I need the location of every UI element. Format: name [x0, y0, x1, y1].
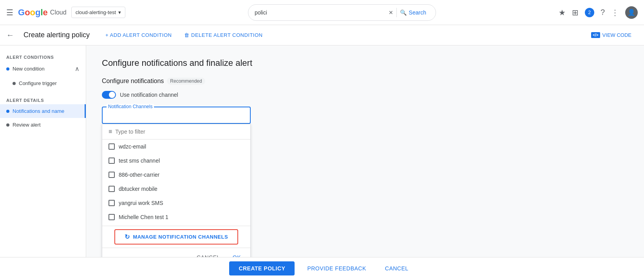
- checkbox-yangrui[interactable]: [109, 200, 115, 206]
- filter-row: ≡: [102, 124, 250, 140]
- toggle-row: Use notification channel: [102, 91, 628, 99]
- channel-item-yangrui[interactable]: yangrui work SMS: [102, 196, 250, 210]
- filter-input[interactable]: [115, 129, 244, 135]
- channel-item-test-sms[interactable]: test sms channel: [102, 154, 250, 168]
- search-bar: ✕ 🔍 Search: [248, 4, 436, 21]
- channel-item-michelle[interactable]: Michelle Chen test 1: [102, 210, 250, 224]
- toggle-label: Use notification channel: [120, 92, 178, 98]
- view-code-button[interactable]: </> VIEW CODE: [585, 29, 638, 41]
- chevron-down-icon: ▾: [118, 9, 121, 15]
- cancel-main-button[interactable]: CANCEL: [379, 261, 415, 275]
- hamburger-icon[interactable]: ☰: [6, 8, 13, 17]
- sub-header: ← Create alerting policy + ADD ALERT CON…: [0, 25, 644, 45]
- checkbox-test-sms[interactable]: [109, 158, 115, 164]
- section-title: Configure notifications and finalize ale…: [102, 58, 628, 68]
- star-icon[interactable]: ★: [559, 8, 566, 17]
- content-area: Configure notifications and finalize ale…: [86, 45, 644, 257]
- manage-btn-row: ↻ MANAGE NOTIFICATION CHANNELS: [102, 226, 250, 248]
- recommended-badge: Recommended: [167, 78, 205, 85]
- checkbox-michelle[interactable]: [109, 214, 115, 220]
- filter-icon: ≡: [109, 128, 112, 135]
- checkbox-wdzc-email[interactable]: [109, 143, 115, 150]
- sub-actions: + ADD ALERT CONDITION 🗑 DELETE ALERT CON…: [99, 29, 269, 41]
- channel-item-886[interactable]: 886-other-carrier: [102, 168, 250, 182]
- search-icon: 🔍: [400, 9, 407, 16]
- help-icon[interactable]: ?: [601, 8, 605, 17]
- create-policy-button[interactable]: CREATE POLICY: [229, 261, 295, 275]
- active-dot-icon: [6, 110, 9, 113]
- sidebar-item-new-condition[interactable]: New condition ∧: [0, 61, 86, 76]
- topbar-left: ☰ Google Cloud cloud-alerting-test ▾: [6, 7, 125, 18]
- page-title: Create alerting policy: [24, 31, 90, 39]
- sidebar-item-notifications[interactable]: Notifications and name: [0, 104, 86, 118]
- notification-channels-input[interactable]: Notification Channels: [102, 107, 251, 124]
- search-input[interactable]: [255, 9, 385, 16]
- channel-item-dbtucker[interactable]: dbtucker mobile: [102, 182, 250, 196]
- sidebar-item-configure-trigger[interactable]: Configure trigger: [0, 76, 86, 90]
- dropdown-ok-button[interactable]: OK: [230, 252, 244, 257]
- use-notification-channel-toggle[interactable]: [102, 91, 116, 99]
- project-selector[interactable]: cloud-alerting-test ▾: [71, 7, 125, 18]
- chevron-up-icon: ∧: [75, 65, 80, 72]
- view-code-icon: </>: [591, 32, 600, 38]
- review-dot-icon: [6, 123, 9, 127]
- topbar-right: ★ ⊞ 2 ? ⋮ 👤: [559, 6, 638, 19]
- manage-notification-channels-button[interactable]: ↻ MANAGE NOTIFICATION CHANNELS: [114, 229, 238, 245]
- checkbox-886[interactable]: [109, 172, 115, 178]
- topbar: ☰ Google Cloud cloud-alerting-test ▾ ✕ 🔍…: [0, 0, 644, 25]
- configure-notifications-subtitle: Configure notifications Recommended: [102, 78, 628, 85]
- channel-list: wdzc-email test sms channel 886-other-ca…: [102, 140, 250, 226]
- alert-details-section-label: ALERT DETAILS: [0, 95, 86, 104]
- checkbox-dbtucker[interactable]: [109, 186, 115, 192]
- search-button[interactable]: 🔍 Search: [396, 8, 429, 17]
- provide-feedback-button[interactable]: PROVIDE FEEDBACK: [301, 261, 372, 275]
- channel-item-wdzc-email[interactable]: wdzc-email: [102, 140, 250, 154]
- sidebar-item-review-alert[interactable]: Review alert: [0, 118, 86, 132]
- clear-search-icon[interactable]: ✕: [389, 9, 393, 16]
- apps-icon[interactable]: ⊞: [572, 8, 579, 17]
- project-name: cloud-alerting-test: [76, 9, 116, 15]
- notification-channels-label: Notification Channels: [107, 104, 154, 109]
- sidebar: ALERT CONDITIONS New condition ∧ Configu…: [0, 45, 86, 257]
- dot-icon: [6, 67, 9, 71]
- add-alert-condition-button[interactable]: + ADD ALERT CONDITION: [99, 29, 178, 41]
- dot-gray-icon: [13, 82, 16, 85]
- dropdown-actions: CANCEL OK: [102, 248, 250, 257]
- google-cloud-logo: Google Cloud: [18, 7, 67, 18]
- more-icon[interactable]: ⋮: [611, 8, 619, 17]
- bottom-bar: CREATE POLICY PROVIDE FEEDBACK CANCEL: [0, 257, 644, 279]
- notification-channels-dropdown: ≡ wdzc-email test sms channel: [102, 124, 251, 257]
- delete-alert-condition-button[interactable]: 🗑 DELETE ALERT CONDITION: [178, 29, 269, 41]
- dropdown-cancel-button[interactable]: CANCEL: [194, 252, 223, 257]
- search-container: ✕ 🔍 Search: [130, 4, 554, 21]
- notifications-badge[interactable]: 2: [585, 8, 594, 17]
- alert-conditions-section-label: ALERT CONDITIONS: [0, 52, 86, 61]
- refresh-icon: ↻: [125, 233, 130, 241]
- avatar[interactable]: 👤: [625, 6, 638, 19]
- back-button[interactable]: ←: [6, 31, 14, 40]
